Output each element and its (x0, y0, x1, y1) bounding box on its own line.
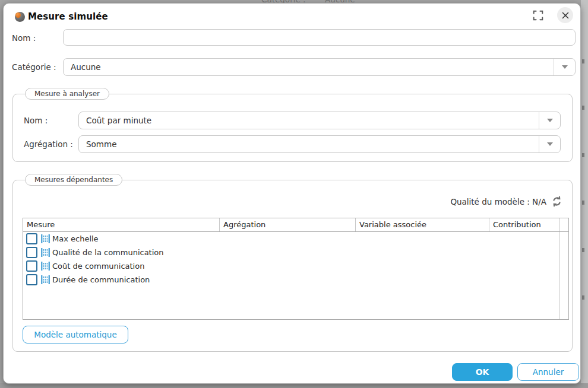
table-header-row: MesureAgrégationVariable associéeContrib… (23, 218, 568, 232)
measure-icon (40, 234, 50, 244)
mesure-simulee-dialog: Mesure simulée Nom : Catégorie : Aucune … (3, 3, 581, 384)
row-label: Coût de communication (52, 262, 144, 271)
row-checkbox[interactable] (26, 260, 37, 272)
row-label: Qualité de la communication (52, 248, 164, 257)
nom-input[interactable] (63, 29, 576, 46)
refresh-icon[interactable] (551, 196, 562, 207)
auto-model-button[interactable]: Modèle automatique (23, 326, 128, 344)
fieldset-nom-label: Nom : (24, 116, 48, 125)
measure-sphere-icon (14, 11, 26, 23)
column-header[interactable] (560, 218, 568, 231)
table-body: Max echelle Qualité de la communication … (23, 232, 568, 319)
quality-line: Qualité du modèle : N/A (450, 196, 562, 207)
dialog-title: Mesure simulée (28, 11, 108, 22)
table-row[interactable]: Qualité de la communication (23, 246, 568, 259)
agregation-dropdown[interactable]: Somme (78, 135, 561, 153)
chevron-down-icon[interactable] (539, 136, 560, 152)
mesure-a-analyser-legend: Mesure à analyser (25, 88, 109, 100)
categorie-label: Catégorie : (12, 62, 56, 72)
table-row[interactable]: Durée de communication (23, 273, 568, 287)
row-label: Durée de communication (52, 275, 150, 284)
measure-icon (40, 247, 50, 257)
row-checkbox[interactable] (26, 247, 37, 258)
measure-icon (40, 261, 50, 271)
chevron-down-icon[interactable] (554, 59, 575, 75)
column-header[interactable]: Variable associée (356, 218, 489, 231)
table-column-divider (559, 232, 560, 319)
measure-icon (40, 275, 50, 285)
mesures-dependantes-legend: Mesures dépendantes (25, 174, 122, 186)
screen: Catégorie : Aucune Mesure simulée Nom (0, 0, 588, 388)
mesure-nom-dropdown[interactable]: Coût par minute (78, 112, 561, 129)
dialog-header: Mesure simulée (14, 9, 108, 24)
agregation-value: Somme (79, 139, 539, 149)
model-quality-label: Qualité du modèle : N/A (450, 197, 546, 206)
cancel-button[interactable]: Annuler (517, 363, 579, 381)
expand-icon[interactable] (533, 10, 543, 21)
close-icon[interactable] (557, 7, 573, 23)
row-checkbox[interactable] (26, 274, 37, 285)
mesures-dependantes-fieldset: Mesures dépendantes Qualité du modèle : … (12, 180, 573, 352)
column-header[interactable]: Agrégation (220, 218, 356, 231)
column-header[interactable]: Mesure (23, 218, 220, 231)
agregation-label: Agrégation : (24, 139, 73, 149)
categorie-dropdown[interactable]: Aucune (63, 58, 576, 76)
row-label: Max echelle (52, 234, 99, 243)
mesure-a-analyser-fieldset: Mesure à analyser Nom : Coût par minute … (12, 94, 573, 162)
background-page-right (581, 0, 588, 388)
ok-button[interactable]: OK (452, 363, 513, 381)
categorie-value: Aucune (64, 62, 554, 72)
background-page-bottom (0, 383, 588, 388)
dependent-measures-table: MesureAgrégationVariable associéeContrib… (23, 218, 569, 320)
column-header[interactable]: Contribution (489, 218, 560, 231)
table-row[interactable]: Coût de communication (23, 259, 568, 273)
nom-label: Nom : (12, 33, 36, 43)
chevron-down-icon[interactable] (539, 112, 560, 129)
table-row[interactable]: Max echelle (23, 232, 568, 246)
mesure-nom-value: Coût par minute (79, 116, 539, 125)
row-checkbox[interactable] (26, 233, 37, 244)
